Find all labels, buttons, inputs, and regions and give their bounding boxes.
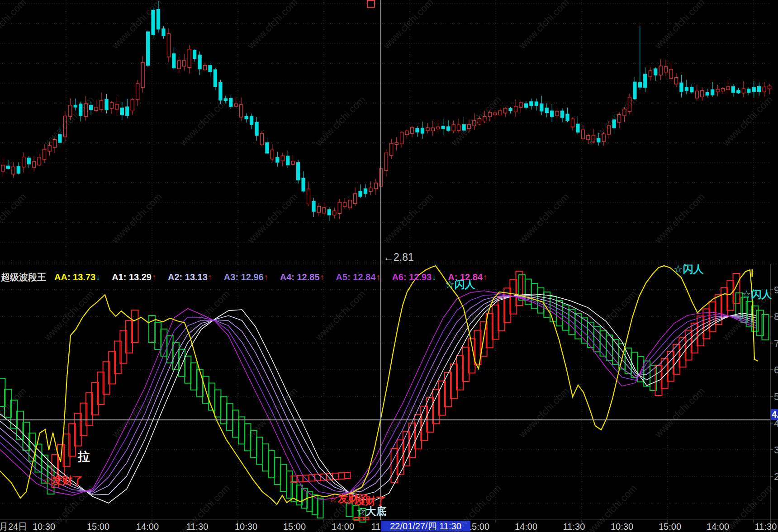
candle-up bbox=[701, 90, 704, 97]
candle-down bbox=[561, 111, 564, 118]
candle-up bbox=[63, 116, 66, 137]
time-label: 10:30 bbox=[611, 522, 633, 532]
candle-up bbox=[22, 157, 25, 167]
candle-down bbox=[680, 83, 683, 92]
green-step-box bbox=[161, 329, 167, 356]
time-label: 14:00 bbox=[332, 522, 354, 532]
indicator-value-aa[interactable]: AA: 13.73↓ bbox=[54, 272, 100, 282]
arrow-up-icon: ↑ bbox=[483, 273, 487, 282]
red-step-box bbox=[309, 475, 315, 481]
candle-up bbox=[333, 211, 336, 215]
green-step-box bbox=[256, 437, 263, 464]
candle-down bbox=[685, 87, 688, 91]
candle-up bbox=[519, 103, 522, 107]
ma-ribbon bbox=[0, 291, 756, 503]
chart-canvas[interactable]: ←2.81拉☆发财了☆发财了☆发财了☆大底☆闪人☆闪人☆闪人987654324.… bbox=[0, 0, 778, 532]
candle-down bbox=[530, 102, 533, 106]
candle-up bbox=[84, 104, 87, 116]
candle-down bbox=[224, 99, 227, 101]
candle-up bbox=[411, 127, 414, 133]
candle-down bbox=[327, 210, 331, 215]
candle-down bbox=[27, 158, 30, 164]
candle-down bbox=[209, 66, 212, 72]
candle-up bbox=[317, 206, 320, 212]
green-step-box bbox=[757, 310, 764, 335]
time-label: 15:00 bbox=[87, 522, 109, 532]
candle-up bbox=[281, 156, 284, 161]
time-label: 月24日 bbox=[0, 522, 27, 532]
arrow-up-icon: ↑ bbox=[376, 273, 380, 282]
green-step-box bbox=[280, 464, 287, 491]
candle-up bbox=[649, 71, 652, 77]
green-step-box bbox=[227, 403, 233, 430]
candle-up bbox=[623, 109, 626, 116]
candle-down bbox=[126, 107, 129, 115]
indicator-value-text: A1: 13.29 bbox=[112, 272, 152, 282]
green-step-box bbox=[149, 315, 155, 343]
indicator-title[interactable]: 超级波段王 bbox=[1, 271, 46, 283]
ribbon-line bbox=[0, 296, 756, 495]
indicator-value-text: A4: 12.85 bbox=[280, 272, 320, 282]
indicator-value-a3[interactable]: A3: 12.96↑ bbox=[224, 272, 268, 282]
indicator-value-text: A3: 12.96 bbox=[224, 272, 264, 282]
signal-shanren-right: ☆闪人 bbox=[742, 288, 773, 300]
candle-down bbox=[250, 116, 253, 124]
indicator-value-a1[interactable]: A1: 13.29↑ bbox=[112, 272, 156, 282]
arrow-up-icon: ↑ bbox=[320, 273, 324, 282]
candle-down bbox=[509, 108, 512, 111]
indicator-value-a2[interactable]: A2: 13.13↑ bbox=[168, 272, 212, 282]
crosshair: ←2.81 bbox=[0, 0, 770, 520]
green-step-box bbox=[238, 417, 245, 444]
candle-down bbox=[416, 128, 419, 132]
candle-down bbox=[711, 89, 714, 95]
time-label: 15:00 bbox=[659, 522, 681, 532]
candle-up bbox=[675, 77, 678, 84]
indicator-value-a6[interactable]: A6: 12.93↓ bbox=[392, 272, 436, 282]
candle-down bbox=[758, 86, 761, 91]
green-step-box bbox=[244, 424, 251, 451]
candle-down bbox=[706, 93, 709, 95]
candle-up bbox=[167, 33, 170, 57]
candle-up bbox=[95, 107, 98, 110]
candle-down bbox=[90, 105, 93, 110]
candle-up bbox=[607, 126, 611, 134]
candle-up bbox=[38, 157, 41, 165]
candle-down bbox=[172, 54, 176, 68]
time-axis[interactable]: 月24日10:3015:0014:0011:3010:3015:0014:001… bbox=[0, 521, 777, 532]
time-label: 11:30 bbox=[563, 522, 585, 532]
indicator-value-a4[interactable]: A4: 12.85↑ bbox=[280, 272, 324, 282]
candle-down bbox=[612, 120, 616, 128]
candle-down bbox=[690, 87, 693, 92]
arrow-down-icon: ↓ bbox=[432, 273, 436, 282]
green-step-box bbox=[762, 315, 769, 340]
candle-up bbox=[581, 130, 584, 139]
indicator-value-a[interactable]: A: 12.84↑ bbox=[448, 272, 487, 282]
candle-up bbox=[478, 118, 481, 124]
axis-label: 7 bbox=[774, 338, 778, 349]
indicator-value-text: A: 12.84 bbox=[448, 272, 483, 282]
indicator-value-a5[interactable]: A5: 12.84↑ bbox=[336, 272, 380, 282]
candle-up bbox=[436, 127, 440, 129]
ribbon-line bbox=[0, 295, 756, 494]
candle-down bbox=[566, 114, 569, 120]
green-step-box bbox=[191, 363, 197, 390]
candle-down bbox=[359, 191, 362, 197]
candle-up bbox=[726, 87, 730, 90]
candle-up bbox=[468, 125, 471, 129]
candle-up bbox=[12, 167, 15, 174]
green-step-box bbox=[606, 335, 612, 360]
candle-down bbox=[731, 87, 735, 93]
arrow-up-icon: ↑ bbox=[208, 273, 212, 282]
candle-down bbox=[597, 138, 600, 142]
green-step-box bbox=[232, 410, 239, 437]
candle-down bbox=[286, 156, 289, 165]
candle-down bbox=[302, 178, 305, 191]
candle-down bbox=[747, 89, 750, 93]
candle-down bbox=[105, 99, 108, 110]
candlestick-series[interactable] bbox=[1, 0, 771, 221]
candle-down bbox=[147, 32, 150, 65]
candle-up bbox=[602, 134, 605, 141]
candle-down bbox=[152, 10, 155, 34]
candle-up bbox=[374, 183, 377, 189]
candle-up bbox=[592, 135, 595, 142]
